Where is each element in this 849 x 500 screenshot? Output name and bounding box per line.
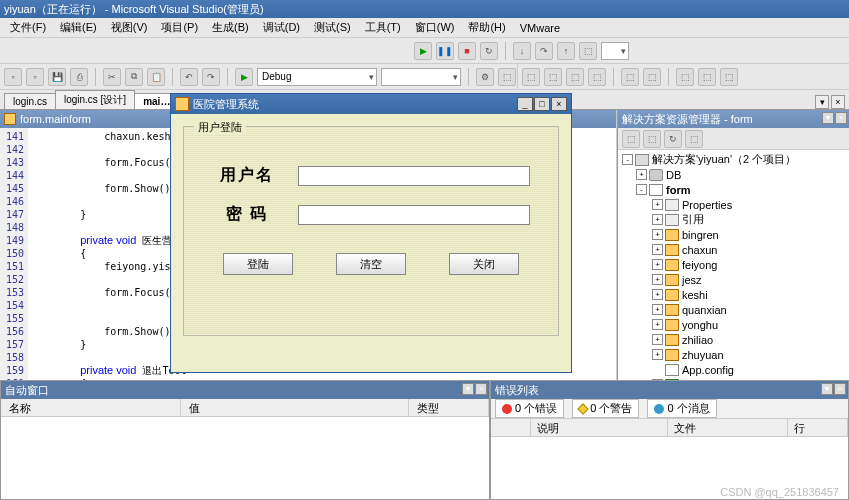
menu-item[interactable]: 生成(B): [206, 19, 255, 36]
tree-node[interactable]: +chaxun: [618, 242, 849, 257]
tree-node[interactable]: +zhiliao: [618, 332, 849, 347]
menu-item[interactable]: VMware: [514, 21, 566, 35]
expand-icon[interactable]: +: [652, 289, 663, 300]
username-input[interactable]: [298, 166, 530, 186]
pause-button[interactable]: ❚❚: [436, 42, 454, 60]
solution-tree[interactable]: - 解决方案'yiyuan'（2 个项目） +DB-form+Propertie…: [618, 150, 849, 406]
expand-icon[interactable]: +: [652, 199, 663, 210]
tool-button[interactable]: ⬚: [544, 68, 562, 86]
expand-icon[interactable]: +: [652, 334, 663, 345]
showall-button[interactable]: ⬚: [643, 130, 661, 148]
expand-icon[interactable]: +: [652, 274, 663, 285]
continue-button[interactable]: ▶: [414, 42, 432, 60]
password-input[interactable]: [298, 205, 530, 225]
tree-node[interactable]: +Properties: [618, 197, 849, 212]
tree-node[interactable]: +zhuyuan: [618, 347, 849, 362]
expand-icon[interactable]: +: [636, 169, 647, 180]
login-dialog[interactable]: 医院管理系统 _ □ × 用户登陆 用户名 密 码 登陆 清空 关闭: [170, 93, 572, 373]
error-filter-tab[interactable]: 0 个消息: [647, 399, 716, 418]
new-button[interactable]: ▫: [4, 68, 22, 86]
redo-button[interactable]: ↷: [202, 68, 220, 86]
expand-icon[interactable]: +: [652, 304, 663, 315]
close-button[interactable]: ×: [551, 97, 567, 111]
col-desc[interactable]: 说明: [531, 419, 668, 436]
tool-button[interactable]: ⬚: [588, 68, 606, 86]
copy-button[interactable]: ⧉: [125, 68, 143, 86]
menu-item[interactable]: 视图(V): [105, 19, 154, 36]
expand-icon[interactable]: +: [652, 319, 663, 330]
maximize-button[interactable]: □: [534, 97, 550, 111]
tool-button[interactable]: ⬚: [643, 68, 661, 86]
tree-node[interactable]: App.config: [618, 362, 849, 377]
step-into-button[interactable]: ↓: [513, 42, 531, 60]
close-icon[interactable]: ×: [835, 112, 847, 124]
tree-node[interactable]: -form: [618, 182, 849, 197]
expand-icon[interactable]: +: [652, 259, 663, 270]
close-icon[interactable]: ×: [475, 383, 487, 395]
expand-icon[interactable]: -: [622, 154, 633, 165]
col-type[interactable]: 类型: [409, 399, 489, 416]
expand-icon[interactable]: +: [652, 349, 663, 360]
tool-button[interactable]: ⬚: [498, 68, 516, 86]
menu-item[interactable]: 编辑(E): [54, 19, 103, 36]
undo-button[interactable]: ↶: [180, 68, 198, 86]
tree-node[interactable]: +DB: [618, 167, 849, 182]
close-icon[interactable]: ×: [834, 383, 846, 395]
document-tab[interactable]: login.cs [设计]: [55, 90, 135, 109]
stop-button[interactable]: ■: [458, 42, 476, 60]
save-button[interactable]: 💾: [48, 68, 66, 86]
expand-icon[interactable]: -: [636, 184, 647, 195]
pin-icon[interactable]: ▾: [822, 112, 834, 124]
start-button[interactable]: ▶: [235, 68, 253, 86]
menu-item[interactable]: 文件(F): [4, 19, 52, 36]
expand-icon[interactable]: +: [652, 214, 663, 225]
pin-icon[interactable]: ▾: [462, 383, 474, 395]
open-button[interactable]: ▫: [26, 68, 44, 86]
panel-titlebar[interactable]: 解决方案资源管理器 - form ▾×: [618, 110, 849, 128]
config-combo[interactable]: Debug: [257, 68, 377, 86]
refresh-button[interactable]: ↻: [664, 130, 682, 148]
col-line[interactable]: 行: [788, 419, 848, 436]
menu-item[interactable]: 帮助(H): [462, 19, 511, 36]
tool-button[interactable]: ⬚: [522, 68, 540, 86]
tree-root[interactable]: - 解决方案'yiyuan'（2 个项目）: [618, 152, 849, 167]
tool-button[interactable]: ⬚: [621, 68, 639, 86]
tool-button[interactable]: ⬚: [698, 68, 716, 86]
viewcode-button[interactable]: ⬚: [685, 130, 703, 148]
minimize-button[interactable]: _: [517, 97, 533, 111]
error-filter-tab[interactable]: 0 个错误: [495, 399, 564, 418]
pin-icon[interactable]: ▾: [821, 383, 833, 395]
tree-node[interactable]: +quanxian: [618, 302, 849, 317]
login-button[interactable]: 登陆: [223, 253, 293, 275]
properties-button[interactable]: ⬚: [622, 130, 640, 148]
tree-node[interactable]: +bingren: [618, 227, 849, 242]
step-out-button[interactable]: ↑: [557, 42, 575, 60]
menu-item[interactable]: 测试(S): [308, 19, 357, 36]
cut-button[interactable]: ✂: [103, 68, 121, 86]
tree-node[interactable]: +feiyong: [618, 257, 849, 272]
saveall-button[interactable]: ⎙: [70, 68, 88, 86]
tool-button[interactable]: ⬚: [720, 68, 738, 86]
col-name[interactable]: 名称: [1, 399, 181, 416]
expand-icon[interactable]: +: [652, 229, 663, 240]
menu-item[interactable]: 项目(P): [155, 19, 204, 36]
menu-item[interactable]: 窗口(W): [409, 19, 461, 36]
col-file[interactable]: 文件: [668, 419, 788, 436]
dialog-titlebar[interactable]: 医院管理系统 _ □ ×: [171, 94, 571, 114]
tree-node[interactable]: +keshi: [618, 287, 849, 302]
col-value[interactable]: 值: [181, 399, 409, 416]
hex-button[interactable]: ⬚: [579, 42, 597, 60]
panel-titlebar[interactable]: 自动窗口 ▾×: [1, 381, 489, 399]
tab-close-button[interactable]: ×: [831, 95, 845, 109]
tool-button[interactable]: ⬚: [676, 68, 694, 86]
paste-button[interactable]: 📋: [147, 68, 165, 86]
tree-node[interactable]: +引用: [618, 212, 849, 227]
thread-combo[interactable]: [601, 42, 629, 60]
restart-button[interactable]: ↻: [480, 42, 498, 60]
tool-button[interactable]: ⬚: [566, 68, 584, 86]
platform-combo[interactable]: [381, 68, 461, 86]
clear-button[interactable]: 清空: [336, 253, 406, 275]
menu-item[interactable]: 调试(D): [257, 19, 306, 36]
panel-titlebar[interactable]: 错误列表 ▾×: [491, 381, 848, 399]
grid-body[interactable]: [1, 417, 489, 499]
